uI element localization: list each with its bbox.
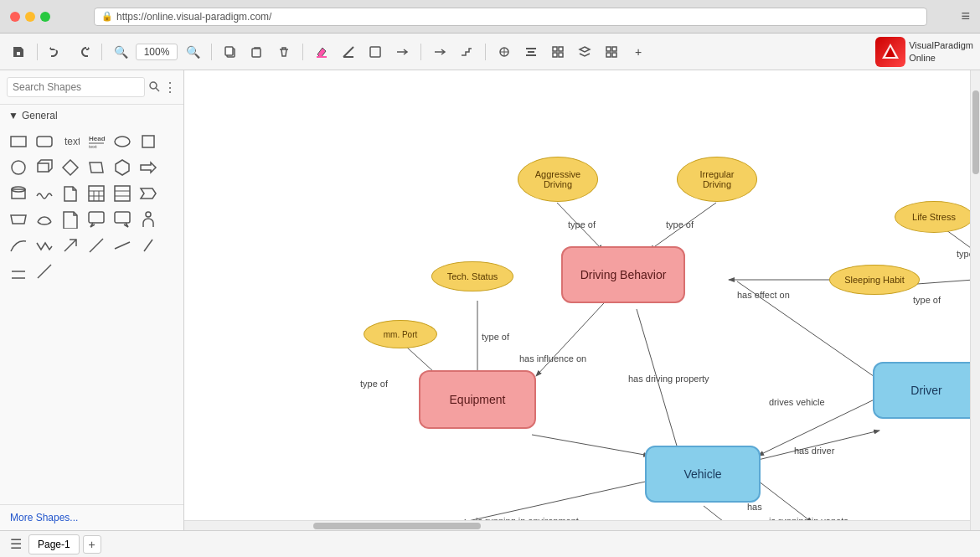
svg-rect-25 <box>11 137 26 147</box>
sidebar-toggle-button[interactable]: ☰ <box>7 535 25 554</box>
shape-callout2[interactable] <box>111 208 134 231</box>
zoom-in-button[interactable]: 🔍 <box>109 40 132 64</box>
url-bar[interactable]: 🔒 https://online.visual-paradigm.com/ <box>94 8 927 26</box>
shape-arrow-up-right[interactable] <box>59 234 82 257</box>
label-has-driving-property: has driving property <box>628 374 709 384</box>
label-type-of-5: type of <box>482 332 509 342</box>
shape-angled-line[interactable] <box>33 260 56 283</box>
fill-color-button[interactable] <box>310 40 333 64</box>
node-life-stress[interactable]: Life Stress <box>895 201 973 233</box>
shape-table[interactable] <box>85 182 108 205</box>
delete-button[interactable] <box>272 40 296 64</box>
shape-doc[interactable] <box>59 182 82 205</box>
canvas-area[interactable]: AggressiveDriving IrregularDriving Life … <box>184 70 980 530</box>
svg-rect-18 <box>612 47 616 51</box>
svg-rect-3 <box>317 56 327 58</box>
sidebar-menu-button[interactable]: ⋮ <box>163 80 177 95</box>
shape-rect-3d[interactable] <box>33 156 56 179</box>
shape-list[interactable] <box>111 182 134 205</box>
zoom-out-button[interactable]: 🔍 <box>181 40 204 64</box>
label-type-of-2: type of <box>666 219 694 230</box>
arrange-button[interactable] <box>493 40 516 64</box>
shape-rect[interactable] <box>7 130 30 153</box>
svg-rect-19 <box>606 53 611 57</box>
shape-style-button[interactable] <box>364 40 387 64</box>
node-equipment[interactable]: Equipment <box>419 370 536 429</box>
svg-line-60 <box>38 265 51 278</box>
save-button[interactable] <box>7 40 30 64</box>
grid-button[interactable] <box>600 40 623 64</box>
shape-rect-rounded[interactable] <box>33 130 56 153</box>
horizontal-scrollbar[interactable] <box>184 520 980 530</box>
connector-button[interactable] <box>428 40 451 64</box>
shape-circle[interactable] <box>7 156 30 179</box>
bottombar: ☰ Page-1 + <box>0 530 980 557</box>
align-button[interactable] <box>519 40 543 64</box>
shape-zigzag[interactable] <box>33 234 56 257</box>
shape-line-45[interactable] <box>85 234 108 257</box>
shape-person[interactable] <box>137 208 160 231</box>
node-irregular-driving[interactable]: IrregularDriving <box>677 157 757 202</box>
node-vehicle[interactable]: Vehicle <box>645 446 761 503</box>
vertical-scrollbar[interactable] <box>970 70 980 530</box>
shape-ellipse[interactable] <box>111 130 134 153</box>
vp-logo: VisualParadigm Online <box>875 37 973 67</box>
shape-hexagon[interactable] <box>111 156 134 179</box>
node-tech-status[interactable]: Tech. Status <box>431 261 513 291</box>
shape-curved[interactable] <box>33 208 56 231</box>
sidebar: ⋮ ▼ General text Headtext <box>0 70 184 530</box>
h-scrollbar-thumb[interactable] <box>313 523 481 529</box>
waypoint-button[interactable] <box>455 40 478 64</box>
separator <box>211 44 212 60</box>
shape-wave[interactable] <box>33 182 56 205</box>
add-button[interactable]: + <box>627 40 650 64</box>
layer-button[interactable] <box>573 40 596 64</box>
shape-diamond[interactable] <box>59 156 82 179</box>
shape-curve[interactable] <box>7 234 30 257</box>
shape-parallelogram[interactable] <box>85 156 108 179</box>
redo-button[interactable] <box>71 40 95 64</box>
undo-button[interactable] <box>44 40 68 64</box>
node-driving-behavior[interactable]: Driving Behavior <box>561 246 685 303</box>
shape-trapezoid[interactable] <box>7 208 30 231</box>
v-scrollbar-thumb[interactable] <box>972 90 979 174</box>
shape-line-v[interactable] <box>137 234 160 257</box>
paste-button[interactable] <box>245 40 269 64</box>
node-aggressive-driving[interactable]: AggressiveDriving <box>518 157 598 202</box>
shape-heading[interactable]: Headtext <box>85 130 108 153</box>
shape-line-diag[interactable] <box>7 260 30 283</box>
svg-point-31 <box>115 137 130 147</box>
minimize-button[interactable] <box>25 12 35 22</box>
copy-button[interactable] <box>219 40 242 64</box>
shape-page[interactable] <box>59 208 82 231</box>
maximize-button[interactable] <box>40 12 50 22</box>
add-page-button[interactable]: + <box>83 535 101 554</box>
node-driver[interactable]: Driver <box>873 362 980 419</box>
line-color-button[interactable] <box>337 40 360 64</box>
close-button[interactable] <box>10 12 20 22</box>
search-input[interactable] <box>7 77 145 97</box>
label-has-influence-on: has influence on <box>519 353 586 364</box>
shape-callout[interactable] <box>85 208 108 231</box>
line-style-button[interactable] <box>390 40 414 64</box>
node-comm-port[interactable]: mm. Port <box>364 320 437 348</box>
search-button[interactable] <box>148 80 160 95</box>
shape-chevron[interactable] <box>137 182 160 205</box>
svg-rect-5 <box>343 56 353 58</box>
node-sleeping-habit[interactable]: Sleeping Habit <box>829 265 920 295</box>
page-tab[interactable]: Page-1 <box>28 534 80 554</box>
svg-line-72 <box>758 397 879 456</box>
more-shapes-link[interactable]: More Shapes... <box>0 504 183 530</box>
svg-line-4 <box>343 47 353 57</box>
hamburger-menu[interactable]: ≡ <box>961 8 970 25</box>
shape-arrow[interactable] <box>137 156 160 179</box>
shape-line-h[interactable] <box>111 234 134 257</box>
svg-rect-11 <box>528 51 534 53</box>
shape-cylinder[interactable] <box>7 182 30 205</box>
shapes-grid: text Headtext <box>0 126 183 286</box>
separator <box>101 44 102 60</box>
shape-square[interactable] <box>137 130 160 153</box>
svg-rect-34 <box>38 163 49 172</box>
group-button[interactable] <box>546 40 570 64</box>
shape-text[interactable]: text <box>59 130 82 153</box>
